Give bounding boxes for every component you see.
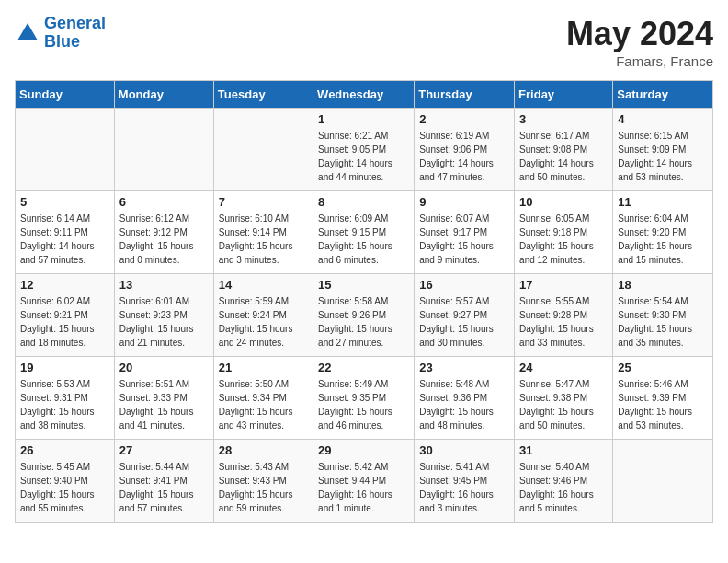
calendar-week-row: 1Sunrise: 6:21 AMSunset: 9:05 PMDaylight… bbox=[16, 109, 713, 191]
day-number: 18 bbox=[618, 278, 708, 292]
day-number: 2 bbox=[419, 112, 509, 126]
calendar-day-cell: 4Sunrise: 6:15 AMSunset: 9:09 PMDaylight… bbox=[613, 109, 713, 191]
logo-icon bbox=[15, 20, 40, 46]
day-info: Sunrise: 6:12 AMSunset: 9:12 PMDaylight:… bbox=[119, 212, 209, 267]
calendar-day-cell: 30Sunrise: 5:41 AMSunset: 9:45 PMDayligh… bbox=[415, 440, 515, 523]
calendar-day-cell bbox=[114, 109, 213, 191]
day-number: 5 bbox=[20, 195, 109, 209]
day-info: Sunrise: 5:45 AMSunset: 9:40 PMDaylight:… bbox=[20, 460, 109, 515]
day-info: Sunrise: 5:55 AMSunset: 9:28 PMDaylight:… bbox=[519, 294, 608, 350]
calendar-week-row: 26Sunrise: 5:45 AMSunset: 9:40 PMDayligh… bbox=[16, 440, 713, 523]
calendar-day-cell bbox=[213, 109, 313, 191]
calendar-week-row: 12Sunrise: 6:02 AMSunset: 9:21 PMDayligh… bbox=[16, 274, 713, 357]
page-header: General Blue May 2024 Famars, France bbox=[15, 15, 713, 69]
day-info: Sunrise: 5:50 AMSunset: 9:34 PMDaylight:… bbox=[219, 377, 308, 432]
svg-rect-1 bbox=[25, 34, 30, 40]
location: Famars, France bbox=[566, 53, 713, 69]
calendar-day-cell: 24Sunrise: 5:47 AMSunset: 9:38 PMDayligh… bbox=[515, 357, 613, 440]
day-number: 8 bbox=[318, 195, 409, 209]
calendar-day-cell: 11Sunrise: 6:04 AMSunset: 9:20 PMDayligh… bbox=[613, 191, 713, 274]
day-number: 3 bbox=[519, 112, 608, 126]
weekday-header-cell: Friday bbox=[515, 81, 613, 109]
weekday-header-cell: Saturday bbox=[613, 81, 713, 109]
day-number: 20 bbox=[119, 361, 209, 374]
calendar-day-cell: 13Sunrise: 6:01 AMSunset: 9:23 PMDayligh… bbox=[114, 274, 213, 357]
weekday-header-cell: Monday bbox=[114, 81, 213, 109]
calendar-day-cell: 27Sunrise: 5:44 AMSunset: 9:41 PMDayligh… bbox=[114, 440, 213, 523]
calendar-week-row: 5Sunrise: 6:14 AMSunset: 9:11 PMDaylight… bbox=[16, 191, 713, 274]
day-info: Sunrise: 5:54 AMSunset: 9:30 PMDaylight:… bbox=[618, 294, 708, 350]
calendar-day-cell: 26Sunrise: 5:45 AMSunset: 9:40 PMDayligh… bbox=[16, 440, 115, 523]
calendar-day-cell: 21Sunrise: 5:50 AMSunset: 9:34 PMDayligh… bbox=[213, 357, 313, 440]
day-number: 30 bbox=[419, 443, 509, 457]
calendar-day-cell: 19Sunrise: 5:53 AMSunset: 9:31 PMDayligh… bbox=[16, 357, 115, 440]
day-info: Sunrise: 5:49 AMSunset: 9:35 PMDaylight:… bbox=[318, 377, 409, 432]
calendar-day-cell: 28Sunrise: 5:43 AMSunset: 9:43 PMDayligh… bbox=[213, 440, 313, 523]
day-number: 31 bbox=[519, 443, 608, 457]
day-number: 26 bbox=[20, 443, 109, 457]
weekday-header-cell: Wednesday bbox=[313, 81, 415, 109]
day-info: Sunrise: 6:05 AMSunset: 9:18 PMDaylight:… bbox=[519, 212, 608, 267]
day-number: 17 bbox=[519, 278, 608, 292]
day-info: Sunrise: 6:21 AMSunset: 9:05 PMDaylight:… bbox=[318, 129, 409, 184]
day-info: Sunrise: 6:01 AMSunset: 9:23 PMDaylight:… bbox=[119, 294, 209, 350]
day-info: Sunrise: 5:43 AMSunset: 9:43 PMDaylight:… bbox=[219, 460, 308, 515]
calendar-day-cell: 17Sunrise: 5:55 AMSunset: 9:28 PMDayligh… bbox=[515, 274, 613, 357]
day-info: Sunrise: 6:02 AMSunset: 9:21 PMDaylight:… bbox=[20, 294, 109, 350]
day-number: 14 bbox=[219, 278, 308, 292]
day-info: Sunrise: 6:17 AMSunset: 9:08 PMDaylight:… bbox=[519, 129, 608, 184]
calendar-day-cell bbox=[613, 440, 713, 523]
day-number: 28 bbox=[219, 443, 308, 457]
calendar-day-cell: 9Sunrise: 6:07 AMSunset: 9:17 PMDaylight… bbox=[415, 191, 515, 274]
day-number: 4 bbox=[618, 112, 708, 126]
day-number: 16 bbox=[419, 278, 509, 292]
calendar-day-cell bbox=[16, 109, 115, 191]
day-info: Sunrise: 6:09 AMSunset: 9:15 PMDaylight:… bbox=[318, 212, 409, 267]
month-title: May 2024 bbox=[566, 15, 713, 53]
day-number: 25 bbox=[618, 361, 708, 374]
day-info: Sunrise: 5:57 AMSunset: 9:27 PMDaylight:… bbox=[419, 294, 509, 350]
calendar-day-cell: 14Sunrise: 5:59 AMSunset: 9:24 PMDayligh… bbox=[213, 274, 313, 357]
day-info: Sunrise: 5:51 AMSunset: 9:33 PMDaylight:… bbox=[119, 377, 209, 432]
day-info: Sunrise: 6:15 AMSunset: 9:09 PMDaylight:… bbox=[618, 129, 708, 184]
day-number: 15 bbox=[318, 278, 409, 292]
weekday-header-cell: Thursday bbox=[415, 81, 515, 109]
calendar-day-cell: 6Sunrise: 6:12 AMSunset: 9:12 PMDaylight… bbox=[114, 191, 213, 274]
calendar-day-cell: 2Sunrise: 6:19 AMSunset: 9:06 PMDaylight… bbox=[415, 109, 515, 191]
day-number: 22 bbox=[318, 361, 409, 374]
day-info: Sunrise: 5:59 AMSunset: 9:24 PMDaylight:… bbox=[219, 294, 308, 350]
day-info: Sunrise: 5:46 AMSunset: 9:39 PMDaylight:… bbox=[618, 377, 708, 432]
calendar-table: SundayMondayTuesdayWednesdayThursdayFrid… bbox=[15, 80, 713, 523]
logo: General Blue bbox=[15, 15, 106, 52]
day-info: Sunrise: 6:19 AMSunset: 9:06 PMDaylight:… bbox=[419, 129, 509, 184]
weekday-header-cell: Sunday bbox=[16, 81, 115, 109]
day-number: 23 bbox=[419, 361, 509, 374]
weekday-header-cell: Tuesday bbox=[213, 81, 313, 109]
calendar-day-cell: 25Sunrise: 5:46 AMSunset: 9:39 PMDayligh… bbox=[613, 357, 713, 440]
day-number: 9 bbox=[419, 195, 509, 209]
day-info: Sunrise: 5:53 AMSunset: 9:31 PMDaylight:… bbox=[20, 377, 109, 432]
calendar-day-cell: 22Sunrise: 5:49 AMSunset: 9:35 PMDayligh… bbox=[313, 357, 415, 440]
logo-text: General Blue bbox=[44, 15, 106, 52]
weekday-header-row: SundayMondayTuesdayWednesdayThursdayFrid… bbox=[16, 81, 713, 109]
day-number: 29 bbox=[318, 443, 409, 457]
calendar-day-cell: 1Sunrise: 6:21 AMSunset: 9:05 PMDaylight… bbox=[313, 109, 415, 191]
day-number: 12 bbox=[20, 278, 109, 292]
calendar-day-cell: 12Sunrise: 6:02 AMSunset: 9:21 PMDayligh… bbox=[16, 274, 115, 357]
calendar-day-cell: 5Sunrise: 6:14 AMSunset: 9:11 PMDaylight… bbox=[16, 191, 115, 274]
day-number: 24 bbox=[519, 361, 608, 374]
day-number: 13 bbox=[119, 278, 209, 292]
day-info: Sunrise: 5:40 AMSunset: 9:46 PMDaylight:… bbox=[519, 460, 608, 515]
day-number: 6 bbox=[119, 195, 209, 209]
calendar-body: 1Sunrise: 6:21 AMSunset: 9:05 PMDaylight… bbox=[16, 109, 713, 523]
day-info: Sunrise: 5:42 AMSunset: 9:44 PMDaylight:… bbox=[318, 460, 409, 515]
calendar-day-cell: 8Sunrise: 6:09 AMSunset: 9:15 PMDaylight… bbox=[313, 191, 415, 274]
day-info: Sunrise: 5:58 AMSunset: 9:26 PMDaylight:… bbox=[318, 294, 409, 350]
day-info: Sunrise: 6:10 AMSunset: 9:14 PMDaylight:… bbox=[219, 212, 308, 267]
calendar-day-cell: 20Sunrise: 5:51 AMSunset: 9:33 PMDayligh… bbox=[114, 357, 213, 440]
calendar-day-cell: 23Sunrise: 5:48 AMSunset: 9:36 PMDayligh… bbox=[415, 357, 515, 440]
calendar-day-cell: 10Sunrise: 6:05 AMSunset: 9:18 PMDayligh… bbox=[515, 191, 613, 274]
day-number: 19 bbox=[20, 361, 109, 374]
calendar-day-cell: 7Sunrise: 6:10 AMSunset: 9:14 PMDaylight… bbox=[213, 191, 313, 274]
day-number: 10 bbox=[519, 195, 608, 209]
